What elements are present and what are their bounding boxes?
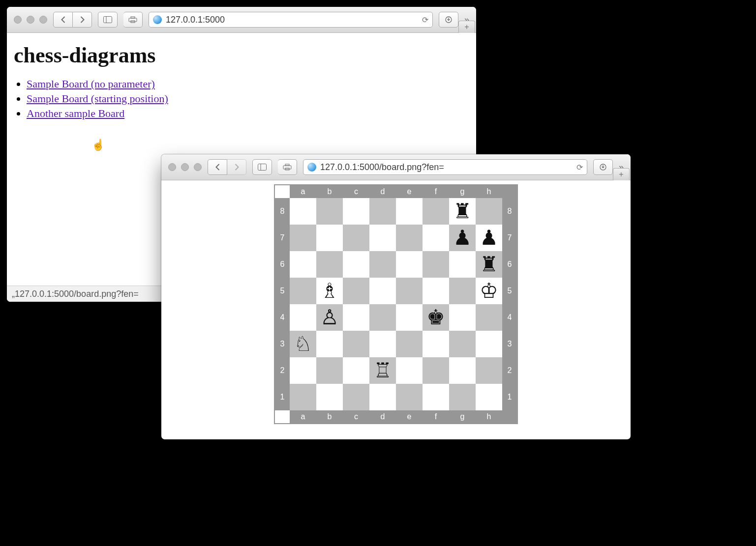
zoom-dot[interactable]	[39, 16, 47, 24]
svg-rect-2	[129, 18, 137, 22]
square-g6	[449, 251, 476, 278]
square-d1	[369, 384, 396, 410]
square-g4	[449, 304, 476, 331]
square-f6	[423, 251, 449, 278]
globe-icon	[153, 15, 162, 24]
close-dot[interactable]	[14, 16, 22, 24]
square-c8	[343, 198, 369, 225]
square-f8	[423, 198, 449, 225]
page-body-board: abcdefgh8♜87♟♟76♜65♗♔54♙♚43♘32♖211abcdef…	[161, 180, 631, 439]
sidebar-button[interactable]	[252, 159, 272, 175]
print-button[interactable]	[278, 159, 297, 175]
file-label: h	[476, 410, 502, 423]
square-h3	[476, 331, 502, 357]
square-d7	[369, 225, 396, 251]
rank-label: 7	[502, 225, 517, 251]
square-c7	[343, 225, 369, 251]
svg-rect-0	[104, 17, 112, 23]
square-c1	[343, 384, 369, 410]
traffic-lights	[14, 16, 47, 24]
reload-icon[interactable]: ⟳	[576, 163, 583, 172]
print-button[interactable]	[123, 12, 143, 28]
address-bar[interactable]: 127.0.0.1:5000/board.png?fen= ⟳	[303, 159, 587, 175]
svg-rect-8	[283, 166, 291, 169]
page-title: chess-diagrams	[14, 43, 469, 68]
square-f2	[423, 357, 449, 384]
square-g1	[449, 384, 476, 410]
rank-label: 2	[275, 357, 290, 384]
square-g7: ♟	[449, 225, 476, 251]
square-c6	[343, 251, 369, 278]
address-url: 127.0.0.1:5000	[166, 15, 418, 25]
square-h6: ♜	[476, 251, 502, 278]
square-b5: ♗	[316, 278, 343, 304]
minimize-dot[interactable]	[181, 163, 189, 171]
back-button[interactable]	[53, 12, 73, 28]
file-label: b	[316, 410, 343, 423]
square-a4	[290, 304, 316, 331]
rank-label: 3	[275, 331, 290, 357]
square-c4	[343, 304, 369, 331]
file-label: g	[449, 185, 476, 198]
rank-label: 2	[502, 357, 517, 384]
zoom-dot[interactable]	[194, 163, 202, 171]
file-label: d	[369, 410, 396, 423]
square-a1	[290, 384, 316, 410]
forward-button[interactable]	[73, 12, 92, 28]
square-d4	[369, 304, 396, 331]
square-e3	[396, 331, 423, 357]
square-f5	[423, 278, 449, 304]
address-bar[interactable]: 127.0.0.1:5000 ⟳	[149, 12, 433, 28]
svg-rect-3	[131, 17, 135, 18]
square-f4: ♚	[423, 304, 449, 331]
new-tab-button[interactable]: +	[458, 21, 475, 33]
downloads-button[interactable]	[439, 12, 458, 28]
link-sample-start[interactable]: Sample Board (starting position)	[27, 92, 168, 105]
new-tab-button[interactable]: +	[613, 168, 630, 180]
square-b2	[316, 357, 343, 384]
nav-group	[53, 12, 92, 28]
square-f1	[423, 384, 449, 410]
reload-icon[interactable]: ⟳	[422, 15, 428, 25]
status-text: „127.0.0.1:5000/board.png?fen=	[12, 289, 139, 299]
list-item: Another sample Board	[27, 107, 469, 120]
square-a7	[290, 225, 316, 251]
list-item: Sample Board (no parameter)	[27, 78, 469, 90]
svg-rect-6	[258, 164, 267, 171]
address-url: 127.0.0.1:5000/board.png?fen=	[320, 162, 573, 172]
square-e1	[396, 384, 423, 410]
file-label: c	[343, 185, 369, 198]
close-dot[interactable]	[168, 163, 176, 171]
file-label: a	[290, 410, 316, 423]
rank-label: 8	[275, 198, 290, 225]
square-b1	[316, 384, 343, 410]
square-e5	[396, 278, 423, 304]
square-b6	[316, 251, 343, 278]
square-d8	[369, 198, 396, 225]
square-c5	[343, 278, 369, 304]
square-h2	[476, 357, 502, 384]
square-d6	[369, 251, 396, 278]
square-d3	[369, 331, 396, 357]
square-e4	[396, 304, 423, 331]
square-f7	[423, 225, 449, 251]
rank-label: 1	[275, 384, 290, 410]
link-sample-noparam[interactable]: Sample Board (no parameter)	[27, 78, 155, 90]
square-e8	[396, 198, 423, 225]
square-g5	[449, 278, 476, 304]
square-b8	[316, 198, 343, 225]
minimize-dot[interactable]	[27, 16, 34, 24]
globe-icon	[307, 163, 316, 172]
square-g8: ♜	[449, 198, 476, 225]
back-button[interactable]	[208, 159, 227, 175]
link-sample-another[interactable]: Another sample Board	[27, 107, 124, 119]
chess-board: abcdefgh8♜87♟♟76♜65♗♔54♙♚43♘32♖211abcdef…	[274, 184, 518, 424]
rank-label: 5	[275, 278, 290, 304]
file-label: f	[423, 410, 449, 423]
downloads-button[interactable]	[593, 159, 613, 175]
square-a8	[290, 198, 316, 225]
sidebar-button[interactable]	[98, 12, 118, 28]
square-a5	[290, 278, 316, 304]
forward-button[interactable]	[227, 159, 246, 175]
rank-label: 7	[275, 225, 290, 251]
